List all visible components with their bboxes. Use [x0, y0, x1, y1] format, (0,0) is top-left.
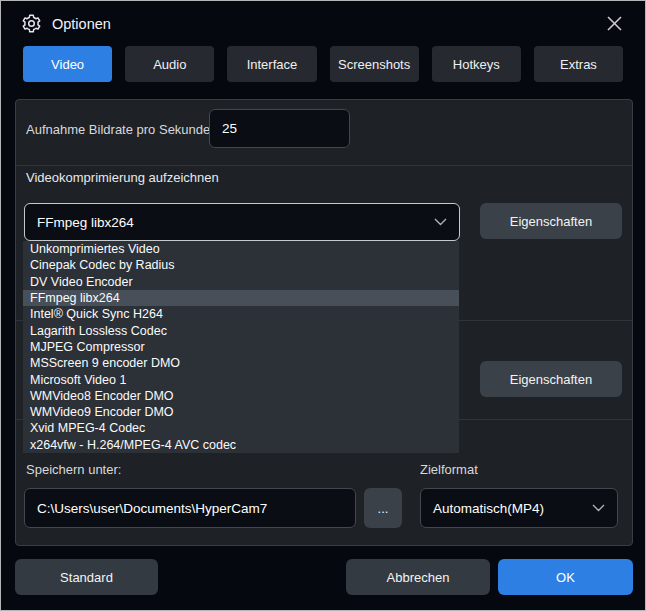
secondary-properties-button[interactable]: Eigenschaften — [480, 361, 622, 397]
codec-option[interactable]: x264vfw - H.264/MPEG-4 AVC codec — [23, 437, 459, 453]
tab-extras[interactable]: Extras — [534, 46, 623, 82]
framerate-input[interactable] — [209, 109, 350, 148]
codec-option[interactable]: WMVideo8 Encoder DMO — [23, 388, 459, 404]
tab-video[interactable]: Video — [23, 46, 112, 82]
chevron-down-icon — [434, 218, 447, 226]
tab-bar: VideoAudioInterfaceScreenshotsHotkeysExt… — [23, 46, 623, 82]
codec-option[interactable]: MJPEG Compressor — [23, 339, 459, 355]
framerate-label: Aufnahme Bildrate pro Sekunde — [26, 122, 210, 137]
codec-combobox-value: FFmpeg libx264 — [37, 215, 134, 230]
video-compression-label: Videokomprimierung aufzeichnen — [26, 170, 219, 185]
save-path-input[interactable] — [24, 488, 356, 528]
dialog-title: Optionen — [52, 16, 111, 32]
options-dialog: Optionen VideoAudioInterfaceScreenshotsH… — [0, 0, 646, 611]
video-properties-button[interactable]: Eigenschaften — [480, 203, 622, 239]
tab-interface[interactable]: Interface — [227, 46, 316, 82]
section-divider — [16, 165, 632, 166]
tab-audio[interactable]: Audio — [125, 46, 214, 82]
target-format-label: Zielformat — [420, 462, 478, 477]
target-format-select[interactable]: Automatisch(MP4) — [420, 488, 618, 528]
close-icon — [606, 15, 623, 32]
chevron-down-icon — [592, 504, 605, 512]
gear-icon — [21, 13, 42, 34]
codec-option[interactable]: Unkomprimiertes Video — [23, 241, 459, 257]
standard-button[interactable]: Standard — [15, 559, 158, 595]
cancel-button[interactable]: Abbrechen — [346, 559, 490, 595]
ok-button[interactable]: OK — [498, 559, 633, 595]
codec-option[interactable]: DV Video Encoder — [23, 274, 459, 290]
codec-combobox[interactable]: FFmpeg libx264 — [24, 203, 460, 241]
close-button[interactable] — [601, 11, 627, 37]
codec-option[interactable]: Xvid MPEG-4 Codec — [23, 420, 459, 436]
codec-option[interactable]: MSScreen 9 encoder DMO — [23, 355, 459, 371]
codec-dropdown-list: Unkomprimiertes VideoCinepak Codec by Ra… — [23, 241, 459, 453]
tab-screenshots[interactable]: Screenshots — [330, 46, 419, 82]
codec-option[interactable]: Microsoft Video 1 — [23, 371, 459, 387]
tab-hotkeys[interactable]: Hotkeys — [432, 46, 521, 82]
target-format-value: Automatisch(MP4) — [433, 501, 544, 516]
codec-option[interactable]: WMVideo9 Encoder DMO — [23, 404, 459, 420]
codec-option[interactable]: FFmpeg libx264 — [23, 290, 459, 306]
codec-option[interactable]: Lagarith Lossless Codec — [23, 322, 459, 338]
save-path-label: Speichern unter: — [26, 462, 121, 477]
browse-button[interactable]: ... — [364, 488, 402, 528]
codec-option[interactable]: Cinepak Codec by Radius — [23, 257, 459, 273]
codec-option[interactable]: Intel® Quick Sync H264 — [23, 306, 459, 322]
title-bar: Optionen — [1, 1, 645, 46]
